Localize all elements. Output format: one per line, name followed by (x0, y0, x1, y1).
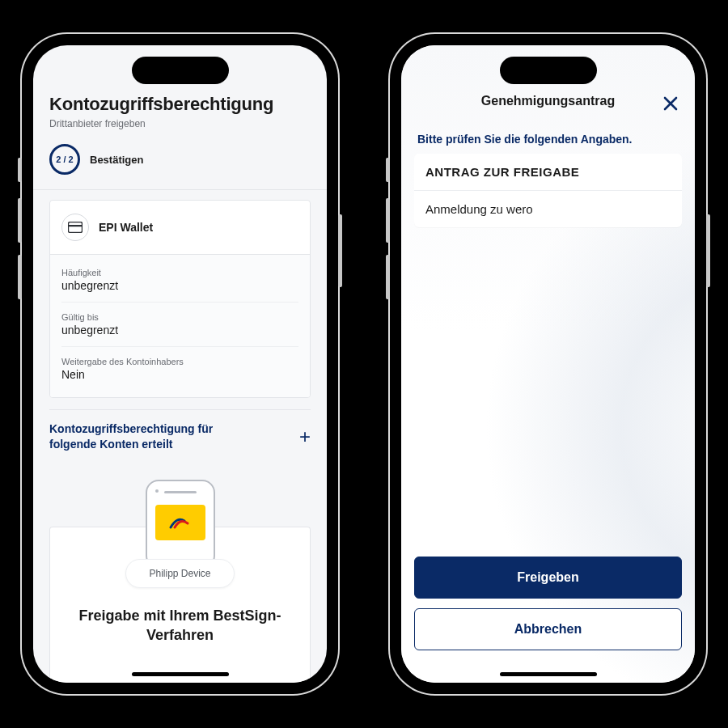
provider-card-header: EPI Wallet (50, 201, 310, 255)
screen-right: Genehmigungsantrag Bitte prüfen Sie die … (401, 45, 695, 683)
wallet-icon (61, 214, 89, 241)
phone-right: Genehmigungsantrag Bitte prüfen Sie die … (388, 32, 708, 696)
brand-logo-icon (155, 505, 205, 540)
phone-left: Kontozugriffsberechtigung Drittanbieter … (20, 32, 340, 696)
screen-left: Kontozugriffsberechtigung Drittanbieter … (33, 45, 327, 683)
divider (61, 302, 298, 303)
cancel-button-label: Abbrechen (514, 622, 582, 636)
home-indicator (132, 672, 229, 676)
accounts-expand-label: Kontozugriffsberechtigung für folgende K… (49, 421, 260, 452)
frequency-label: Häufigkeit (61, 268, 298, 277)
page-subtitle: Drittanbieter freigeben (49, 118, 311, 129)
modal-header: Genehmigungsantrag (414, 94, 682, 133)
plus-icon: + (299, 427, 311, 447)
power-button (706, 214, 710, 287)
request-heading: ANTRAG ZUR FREIGABE (414, 154, 682, 191)
volume-up-button (386, 198, 390, 243)
cancel-button[interactable]: Abbrechen (414, 608, 682, 650)
share-owner-label: Weitergabe des Kontoinhabers (61, 357, 298, 366)
device-name: Philipp Device (149, 568, 210, 579)
provider-name: EPI Wallet (99, 221, 153, 234)
dynamic-island (132, 57, 229, 84)
divider (33, 189, 327, 190)
home-indicator (500, 672, 597, 676)
volume-down-button (386, 255, 390, 299)
device-illustration (146, 480, 215, 569)
step-label: Bestätigen (90, 154, 143, 166)
device-selector[interactable]: Philipp Device (125, 559, 234, 588)
side-button (386, 158, 390, 182)
svg-rect-0 (69, 222, 83, 233)
valid-until-value: unbegrenzt (61, 324, 298, 336)
power-button (338, 214, 342, 287)
step-circle: 2 / 2 (49, 144, 80, 175)
side-button (18, 158, 22, 182)
valid-until-label: Gültig bis (61, 312, 298, 322)
request-body: Anmeldung zu wero (414, 191, 682, 227)
bestsign-title: Freigabe mit Ihrem BestSign-Verfahren (49, 606, 311, 645)
approve-button-label: Freigeben (517, 570, 578, 584)
dynamic-island (500, 57, 597, 84)
close-button[interactable] (659, 92, 682, 115)
frequency-value: unbegrenzt (61, 279, 298, 292)
page-title: Kontozugriffsberechtigung (49, 94, 311, 115)
bestsign-area: Philipp Device Freigabe mit Ihrem BestSi… (49, 480, 311, 683)
provider-details: Häufigkeit unbegrenzt Gültig bis unbegre… (50, 255, 310, 397)
svg-rect-1 (69, 225, 83, 226)
request-card: ANTRAG ZUR FREIGABE Anmeldung zu wero (414, 154, 682, 227)
action-buttons: Freigeben Abbrechen (414, 557, 682, 663)
approve-button[interactable]: Freigeben (414, 557, 682, 599)
instruction-text: Bitte prüfen Sie die folgenden Angaben. (414, 133, 682, 154)
phone-bezel: Kontozugriffsberechtigung Drittanbieter … (22, 34, 338, 694)
step-indicator: 2 / 2 Bestätigen (49, 144, 311, 175)
volume-up-button (18, 198, 22, 243)
provider-card: EPI Wallet Häufigkeit unbegrenzt Gültig … (49, 200, 311, 398)
close-icon (662, 95, 679, 112)
divider (61, 346, 298, 347)
accounts-expand-row[interactable]: Kontozugriffsberechtigung für folgende K… (49, 409, 311, 460)
volume-down-button (18, 255, 22, 299)
share-owner-value: Nein (61, 368, 298, 381)
modal-title: Genehmigungsantrag (481, 94, 615, 108)
step-count: 2 / 2 (56, 154, 73, 164)
phone-bezel: Genehmigungsantrag Bitte prüfen Sie die … (390, 34, 706, 694)
